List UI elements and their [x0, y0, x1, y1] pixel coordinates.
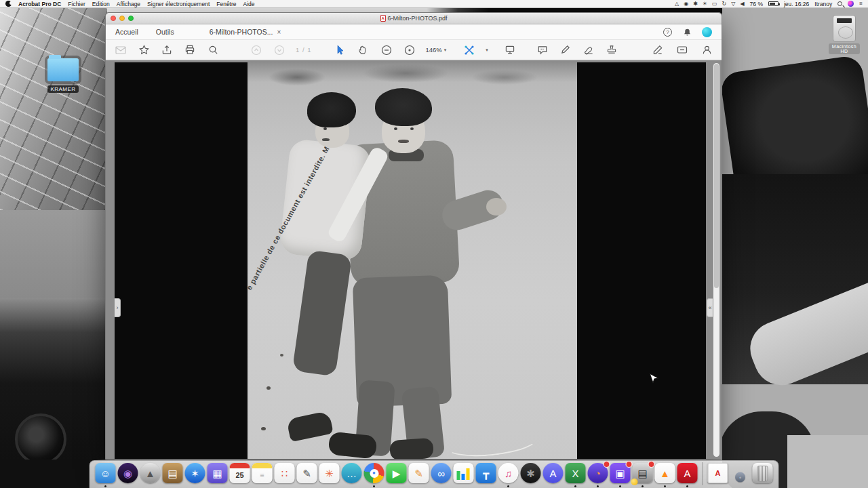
pdf-viewer-area[interactable]: e partielle de ce document est interdite… [106, 61, 722, 459]
nav-pane-toggle[interactable]: › [115, 298, 121, 317]
dock-numbers[interactable] [454, 463, 474, 484]
send-for-review-icon[interactable] [675, 43, 689, 57]
share-upload-icon[interactable] [160, 43, 174, 57]
dock-browser-purple[interactable]: ◔ [588, 463, 608, 484]
window-title-bar[interactable]: A 6-Milton-PHOTOS.pdf [106, 13, 722, 24]
zoom-out-icon[interactable] [380, 43, 393, 57]
signature-pen-icon[interactable] [651, 43, 665, 57]
mouse-cursor [649, 373, 659, 388]
dock-pdf-document[interactable]: A [708, 463, 728, 484]
dock-acrobat[interactable]: A [677, 463, 698, 484]
select-tool-icon[interactable] [334, 43, 347, 57]
search-icon[interactable] [206, 43, 220, 57]
tab-outils[interactable]: Outils [156, 28, 174, 36]
photo-shape [375, 88, 432, 126]
notification-center-icon[interactable]: ≡ [859, 1, 863, 7]
settings-gear-icon[interactable]: ✱ [693, 1, 698, 7]
page-display-icon[interactable] [503, 43, 517, 57]
keyboard-brightness-icon[interactable]: ☀ [703, 1, 707, 7]
dock-notes[interactable]: ≡ [252, 463, 273, 484]
dock-purple-app[interactable]: ▣ [610, 463, 631, 484]
person-icon[interactable] [700, 43, 713, 57]
dock-utility-dark-app[interactable]: ✱ [521, 463, 541, 484]
dock-messages[interactable]: … [342, 463, 362, 484]
scan-ocr-icon[interactable] [462, 43, 476, 57]
dock-app-store[interactable]: A [543, 463, 564, 484]
app-menu-title[interactable]: Acrobat Pro DC [18, 1, 61, 7]
dock-printer[interactable]: ▤ [633, 463, 653, 484]
desktop-drive-macintosh-hd[interactable]: Macintosh HD [829, 15, 860, 57]
dock-pages[interactable]: ✎ [409, 463, 429, 484]
tools-pane-toggle[interactable]: « [707, 298, 713, 317]
help-icon[interactable]: ? [663, 28, 672, 37]
hand-tool-icon[interactable] [357, 43, 370, 57]
battery-icon[interactable] [768, 1, 778, 6]
zoom-level-dropdown[interactable]: 146% ▾ [426, 46, 447, 54]
menu-affichage[interactable]: Affichage [117, 1, 140, 7]
dock-chrome[interactable]: ● [364, 463, 384, 484]
dock-facetime[interactable]: ▶ [387, 463, 407, 484]
menu-bar-clock[interactable]: jeu. 16:26 [784, 1, 809, 7]
screen-record-icon[interactable]: ◉ [684, 1, 688, 7]
previous-page-icon[interactable] [250, 43, 263, 57]
hard-drive-icon [833, 15, 856, 42]
dock-excel[interactable]: X [566, 463, 586, 484]
app-store-glyph: A [549, 468, 556, 479]
tab-document[interactable]: 6-Milton-PHOTOS... × [210, 28, 281, 36]
spotlight-icon[interactable] [837, 1, 842, 6]
menu-edition[interactable]: Edition [92, 1, 110, 7]
zoom-in-icon[interactable] [403, 43, 416, 57]
menu-aide[interactable]: Aide [243, 1, 255, 7]
notifications-bell-icon[interactable] [680, 25, 694, 39]
time-machine-icon[interactable]: ↻ [722, 1, 727, 7]
dock-calendar[interactable]: 25 [230, 463, 250, 484]
dock-mini-item[interactable]: ◦ [730, 463, 751, 484]
dock-nextcloud[interactable]: ∞ [431, 463, 452, 484]
stamp-icon[interactable] [605, 43, 618, 57]
apple-menu-icon[interactable] [5, 1, 12, 7]
pdf-page[interactable]: e partielle de ce document est interdite… [115, 62, 706, 459]
star-icon[interactable] [137, 43, 151, 57]
menu-signer-lectroniquement[interactable]: Signer électroniquement [147, 1, 210, 7]
desktop-folder-kramer[interactable]: KRAMER [41, 58, 85, 106]
dock-photos[interactable]: ✳ [319, 463, 340, 484]
siri-icon[interactable] [848, 1, 854, 7]
hotspot-icon[interactable]: △ [675, 1, 679, 7]
email-icon[interactable] [114, 43, 127, 57]
dock-finder[interactable]: ☺ [96, 463, 116, 484]
dropbox-icon[interactable]: ▽ [731, 1, 735, 7]
dock-itunes[interactable]: ♫ [498, 463, 519, 484]
tab-close-icon[interactable]: × [277, 28, 281, 36]
tab-accueil[interactable]: Accueil [115, 28, 138, 36]
menu-fen-tre[interactable]: Fenêtre [216, 1, 236, 7]
dock-reminders[interactable]: ∷ [275, 463, 295, 484]
dock-preview[interactable]: ✎ [297, 463, 317, 484]
dock-launchpad[interactable]: ▲ [140, 463, 161, 484]
fill-sign-icon[interactable] [582, 43, 595, 57]
scrollbar-thumb[interactable] [714, 64, 719, 288]
print-icon[interactable] [183, 43, 197, 57]
account-avatar[interactable] [702, 27, 712, 37]
dock-keynote[interactable]: ┳ [476, 463, 496, 484]
running-indicator [686, 485, 688, 487]
utility-dark-app-icon: ✱ [521, 463, 541, 483]
pencil-icon[interactable] [559, 43, 572, 57]
display-mirroring-icon[interactable]: ▭ [712, 1, 717, 7]
dock-media-app-purple[interactable]: ▦ [208, 463, 228, 484]
dock-trash[interactable] [753, 463, 773, 484]
dock-safari[interactable]: ✶ [185, 463, 205, 484]
vlc-icon: ▲ [655, 463, 675, 483]
dock-siri[interactable]: ◉ [118, 463, 138, 484]
vertical-scrollbar[interactable] [713, 63, 719, 457]
volume-icon[interactable]: ◀ [740, 1, 744, 7]
menu-fichier[interactable]: Fichier [68, 1, 85, 7]
purple-app-glyph: ▣ [615, 468, 625, 479]
chevron-down-icon[interactable]: ▾ [486, 47, 488, 53]
wallpaper-left-mid [0, 210, 107, 298]
mini-item-icon: ◦ [735, 472, 745, 483]
comment-icon[interactable] [536, 43, 549, 57]
next-page-icon[interactable] [273, 43, 286, 57]
dock-contacts[interactable]: ▤ [163, 463, 183, 484]
menu-bar-user[interactable]: Itranoy [814, 1, 832, 7]
dock-vlc[interactable]: ▲ [655, 463, 675, 484]
